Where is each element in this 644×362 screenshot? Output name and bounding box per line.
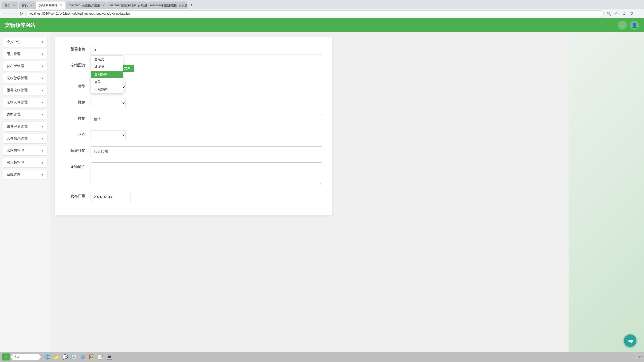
sidebar-item-pet-education-label: 宠物教学管理 [7,76,28,80]
tab-4-close[interactable]: ✕ [103,4,105,7]
status-select[interactable]: 待领养 已领养 [91,130,126,140]
tab-3-close[interactable]: ✕ [60,4,62,7]
autocomplete-item-2[interactable]: 金刚鹦鹉 [91,71,123,78]
taskbar-app-folder[interactable]: 📁 [52,353,60,361]
chevron-down-icon-2: ▼ [41,65,44,68]
autocomplete-item-4[interactable]: 大冠鹦鹉 [91,86,123,93]
chevron-down-icon-5: ▼ [41,101,44,104]
start-button[interactable]: ⊞ [2,353,10,360]
taskbar-app-terminal[interactable]: 💻 [105,353,113,361]
forward-button[interactable]: → [10,11,16,17]
chevron-down-icon-10: ▼ [41,161,44,164]
gender-control-wrap: 公 母 [91,98,322,108]
top-button[interactable]: Top [624,334,636,347]
image-upload-area: 🖼 选择文件 [91,61,322,76]
intro-textarea[interactable] [91,162,322,185]
autocomplete-item-3[interactable]: 仓鼠 [91,78,123,86]
sidebar-item-claim-info-label: 认领信息管理 [7,136,28,141]
name-input[interactable] [91,45,322,55]
tab-4-label: maomao_百度图片搜索 [69,3,100,8]
address-bar[interactable]: localhost:8080/jspm2bs49/jsp/modules/lin… [26,10,604,17]
sidebar-item-thanks[interactable]: 感谢信管理 ▼ [3,146,47,155]
chevron-down-icon-3: ▼ [41,77,44,80]
autocomplete-item-1[interactable]: 波斯猫 [91,63,123,71]
tab-4[interactable]: maomao_百度图片搜索 ✕ [66,2,106,9]
taskbar-right: 21:47 [634,355,642,359]
taskbar-app-notepad[interactable]: 📝 [96,353,104,361]
form-card: 领养名称 金毛犬 波斯猫 金刚鹦鹉 仓鼠 大冠鹦鹉 [55,37,332,215]
sidebar-item-publishers-label: 发布者管理 [7,64,24,68]
tab-3[interactable]: 宠物领养网站 ✕ [36,2,65,9]
tab-2-close[interactable]: ✕ [30,4,33,7]
status-label: 状态 [65,130,86,137]
sidebar-item-thanks-label: 感谢信管理 [7,148,24,153]
taskbar-app-browser[interactable]: 🌐 [44,353,52,361]
tab-1-label: 首页 [5,3,11,8]
tab-1-close[interactable]: ✕ [13,4,15,7]
sidebar-item-users-label: 用户管理 [7,52,21,56]
notice-label: 领养须知 [65,146,86,153]
content-area: 领养名称 金毛犬 波斯猫 金刚鹦鹉 仓鼠 大冠鹦鹉 [50,32,644,362]
temperament-control-wrap [91,114,322,124]
tab-1[interactable]: 首页 ✕ [2,2,18,9]
app-title: 宠物领养网站 [5,22,35,29]
chevron-down-icon-11: ▼ [41,173,44,176]
sidebar-item-adoption-requests[interactable]: 领养申请管理 ▼ [3,122,47,131]
chevron-down-icon-7: ▼ [41,125,44,128]
tab-6[interactable]: maomao的搜索地图_百度图... ✕ [147,2,187,9]
sidebar-item-messages[interactable]: 留言板管理 ▼ [3,158,47,167]
gender-select[interactable]: 公 母 [91,98,126,108]
sidebar-item-users[interactable]: 用户管理 ▼ [3,49,47,59]
sidebar-item-pet-education[interactable]: 宠物教学管理 ▼ [3,73,47,83]
taskbar-app-chat[interactable]: 💬 [61,353,69,361]
windows-icon: ⊞ [5,355,7,359]
back-button[interactable]: ← [2,11,8,17]
sidebar-item-publishers[interactable]: 发布者管理 ▼ [3,61,47,71]
sidebar-item-personal[interactable]: 个人中心 ▼ [3,37,47,47]
close-button[interactable]: ✕ [618,21,627,30]
new-tab-button[interactable]: + [188,2,195,9]
form-row-temperament: 性情 [65,114,322,124]
main-area: 个人中心 ▼ 用户管理 ▼ 发布者管理 ▼ 宠物教学管理 ▼ 领养宠物管理 ▼ … [0,32,644,362]
taskbar-search-input[interactable] [11,354,41,360]
temperament-input[interactable] [91,114,322,124]
sidebar-item-claim-info[interactable]: 认领信息管理 ▼ [3,134,47,143]
tab-2[interactable]: 首页 ✕ [19,2,36,9]
extensions-icon[interactable]: ⚙ [621,11,627,17]
sidebar: 个人中心 ▼ 用户管理 ▼ 发布者管理 ▼ 宠物教学管理 ▼ 领养宠物管理 ▼ … [0,32,50,362]
sidebar-item-system[interactable]: 系统管理 ▼ [3,170,47,179]
more-icon[interactable]: ⋮ [636,11,642,17]
chevron-down-icon-4: ▼ [41,89,44,92]
shield-icon[interactable]: 🛡 [628,11,634,17]
taskbar-time: 21:47 [634,355,642,359]
sidebar-item-pet-claim-label: 宠物认领管理 [7,100,28,105]
notice-input[interactable] [91,146,322,156]
date-input[interactable] [91,192,131,202]
background-decoration [569,32,644,362]
nav-bar: ← → ↻ localhost:8080/jspm2bs49/jsp/modul… [0,9,644,18]
sidebar-item-adopt-pet[interactable]: 领养宠物管理 ▼ [3,85,47,95]
sidebar-item-adopt-pet-label: 领养宠物管理 [7,88,28,93]
header-icons: ✕ 👤 [618,21,639,30]
taskbar-app-image[interactable]: 🖼️ [88,353,96,361]
app-container: 宠物领养网站 ✕ 👤 个人中心 ▼ 用户管理 ▼ 发布者管理 ▼ 宠物教学管理 … [0,18,644,362]
chevron-down-icon-6: ▼ [41,113,44,116]
date-control-wrap [91,192,322,202]
tab-5[interactable]: maomao的搜索结果_百度图... ✕ [106,2,147,9]
sidebar-item-messages-label: 留言板管理 [7,160,24,165]
autocomplete-item-0[interactable]: 金毛犬 [91,56,123,63]
address-text: localhost:8080/jspm2bs49/jsp/modules/lin… [29,12,130,15]
user-button[interactable]: 👤 [630,21,639,30]
star-icon[interactable]: ☆ [613,11,619,17]
taskbar-app-settings[interactable]: ⚙️ [79,353,87,361]
refresh-button[interactable]: ↻ [18,11,24,17]
tab-2-label: 首页 [22,3,28,8]
gender-label: 性别 [65,98,86,105]
image-label: 宠物图片 [65,61,86,68]
sidebar-item-types[interactable]: 类型管理 ▼ [3,110,47,119]
sidebar-item-adoption-requests-label: 领养申请管理 [7,124,28,129]
zoom-icon[interactable]: 🔍 [606,11,612,17]
sidebar-item-pet-claim[interactable]: 宠物认领管理 ▼ [3,98,47,107]
date-label: 发布日期 [65,192,86,199]
taskbar-app-mail[interactable]: 📧 [70,353,78,361]
